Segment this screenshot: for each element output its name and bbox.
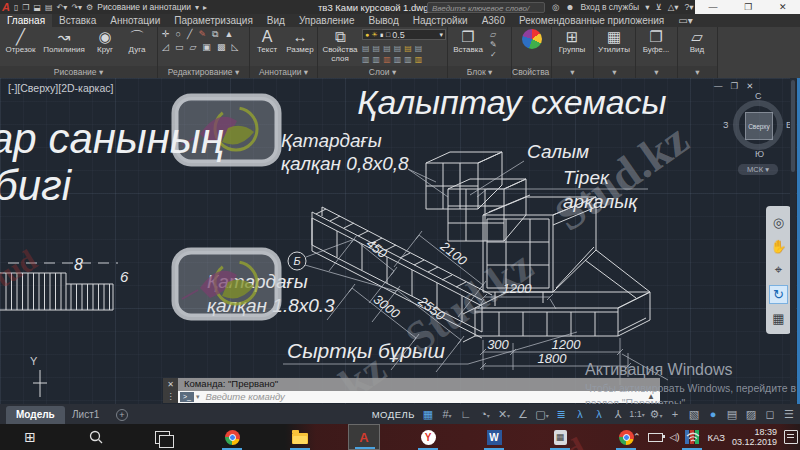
layer-dropdown-icon[interactable]: ▾ [439,31,443,39]
snap-mode-icon[interactable]: #▾ [438,408,456,420]
infocenter-search-input[interactable]: Введите ключевое слово/фразу [427,2,545,13]
file-explorer-icon[interactable] [284,424,316,450]
mirror-icon[interactable]: ▲ [224,29,233,40]
model-space-label[interactable]: МОДЕЛЬ [372,409,415,420]
move-icon[interactable]: ✛ [162,29,170,40]
volume-icon[interactable]: ◁) [670,432,680,442]
tab-a360[interactable]: A360 [475,14,512,27]
tab-recommended-apps[interactable]: Рекомендованные приложения [512,14,671,27]
workspace-switcher[interactable]: Рисование и аннотации [97,2,191,12]
signin-button[interactable]: Вход в службы [580,2,639,12]
new-layout-button[interactable]: + [116,409,128,421]
scrollbar-thumb[interactable] [791,80,795,172]
pan-icon[interactable]: ✋ [769,237,788,256]
chrome-icon[interactable] [216,424,248,450]
viewport-controls[interactable]: [-][Сверху][2D-каркас] [8,82,113,94]
line-button[interactable]: ╱ Отрезок [2,28,39,54]
workspace-gear-icon[interactable]: ⚙ [86,3,93,12]
open-file-icon[interactable]: ❒ [22,3,29,12]
close-button[interactable]: ✕ [779,2,787,12]
ribbon-collapse-icon[interactable]: ▭▾ [671,14,699,27]
panel-properties-footer[interactable]: Свойства ▾ [512,66,551,78]
vertical-scrollbar[interactable] [790,78,796,404]
command-input-placeholder[interactable]: Введите команду [206,391,285,402]
wcs-dropdown[interactable]: МСК ▾ [738,164,778,175]
scale-selector[interactable]: 1:1▾ [628,409,646,419]
layer-properties-button[interactable]: ⧉ Свойства слоя [320,28,360,63]
task-view-icon[interactable] [146,424,178,450]
workspace-switch-icon[interactable]: ⚙▾ [647,408,665,421]
drawing-canvas[interactable]: Қатардағы қалқан 0,8х0,8 Салым Тірек арқ… [0,78,800,404]
erase-icon[interactable]: ✎ [198,29,206,40]
redo-icon[interactable]: ↷▾ [71,3,82,12]
plot-icon[interactable]: ▤ [45,3,53,12]
keyboard-language[interactable]: КАЗ [707,432,725,443]
autocad-logo-icon[interactable]: A [2,1,10,13]
panel-clipboard-footer[interactable]: ▾ [636,66,677,78]
insert-block-button[interactable]: ❒ Вставка [450,28,486,54]
block-mini-tools[interactable]: ▱✎✓ [490,30,497,59]
groups-button[interactable]: ⊞ Группы [554,28,590,54]
minimize-button[interactable]: — [708,2,717,12]
pattern-icon[interactable]: ▩ [217,42,226,52]
start-button[interactable]: ⊞ [14,424,46,450]
panel-edit-footer[interactable]: Редактирование ▾ [158,66,249,78]
signin-dropdown-icon[interactable]: ▾ [645,2,649,12]
tab-vyvod[interactable]: Вывод [362,14,406,27]
tab-nadstroyki[interactable]: Надстройки [406,14,475,27]
ortho-mode-icon[interactable]: ∟ [457,408,475,420]
object-snap-tracking-icon[interactable]: ∠ [514,408,532,421]
circle-button[interactable]: ◉ Круг [89,28,121,54]
taskbar-search-icon[interactable] [80,424,112,450]
word-icon[interactable]: W [478,424,510,450]
action-center-icon[interactable] [784,430,798,444]
customization-menu-icon[interactable]: ☰ [780,408,798,421]
view-button[interactable]: ▱ Вид [680,28,714,54]
viewcube-south[interactable]: Ю [755,149,764,159]
tab-glavnaya[interactable]: Главная [0,14,52,27]
panel-block-footer[interactable]: Блок ▾ [448,66,511,78]
isolate-objects-icon[interactable]: ▨ [742,408,760,421]
arc-button[interactable]: ⌒ Дуга [122,28,152,54]
zoom-icon[interactable]: ⌖ [769,261,788,280]
chamfer-icon[interactable]: ◺ [231,42,238,52]
tab-vid[interactable]: Вид [260,14,292,27]
annotation-monitor-icon[interactable]: + [666,408,684,420]
tab-annotacii[interactable]: Аннотации [103,14,167,27]
command-dropdown-icon[interactable]: ▾ [196,393,200,401]
autocad-taskbar-icon[interactable]: A [348,424,380,450]
plot-status-icon[interactable]: ▤ [723,408,741,421]
viewcube[interactable]: Сверху С Ю З В [731,98,785,152]
steering-wheel-icon[interactable]: ◎ [769,213,788,232]
a360-icon[interactable]: △▾ [668,2,679,12]
rotate-icon[interactable]: ○ [176,29,181,40]
calculator-icon[interactable]: ▦ [544,424,576,450]
layer-tools-row1[interactable]: ▤▤▤▤▤▤ [362,44,422,53]
tab-layout1[interactable]: Лист1 [62,406,109,424]
utilities-button[interactable]: ▦ Утилиты [596,28,632,54]
copy-icon[interactable]: ⧉ [212,29,218,40]
command-grip[interactable]: ✕ ⋮ [163,378,178,403]
new-file-icon[interactable]: ▯ [14,3,18,12]
panel-view-footer[interactable]: ▾ [678,66,717,78]
panel-annotate-footer[interactable]: Аннотации ▾ [250,66,317,78]
help-icon[interactable]: ?▾ [685,2,694,12]
polyline-button[interactable]: ↝ Полилиния [40,28,88,54]
save-icon[interactable]: ⬓ [34,3,42,12]
clipboard-button[interactable]: ❐ Буфе... [638,28,674,54]
doc-minimize-icon[interactable]: — [714,81,723,91]
layer-selector[interactable]: ● ☀ ∎ □ 0.5 ▾ [362,29,446,40]
panel-draw-footer[interactable]: Рисование ▾ [0,66,157,78]
tab-parametrizaciya[interactable]: Параметризация [167,14,260,27]
viewcube-top-face[interactable]: Сверху [745,112,773,140]
clean-screen-icon[interactable]: ◻ [761,408,779,421]
command-prompt-icon[interactable]: >_ [180,392,194,402]
maximize-button[interactable]: ❐ [744,2,752,12]
tab-vstavka[interactable]: Вставка [52,14,103,27]
panel-utilities-footer[interactable]: ▾ [594,66,635,78]
app-store-icon[interactable]: ⊻ [655,2,661,12]
panel-layers-footer[interactable]: Слои ▾ [318,66,447,78]
trim-icon[interactable]: ╱ [187,29,192,40]
user-icon[interactable]: ☻ [565,2,574,12]
dimension-button[interactable]: ↔ Размер [284,28,316,54]
